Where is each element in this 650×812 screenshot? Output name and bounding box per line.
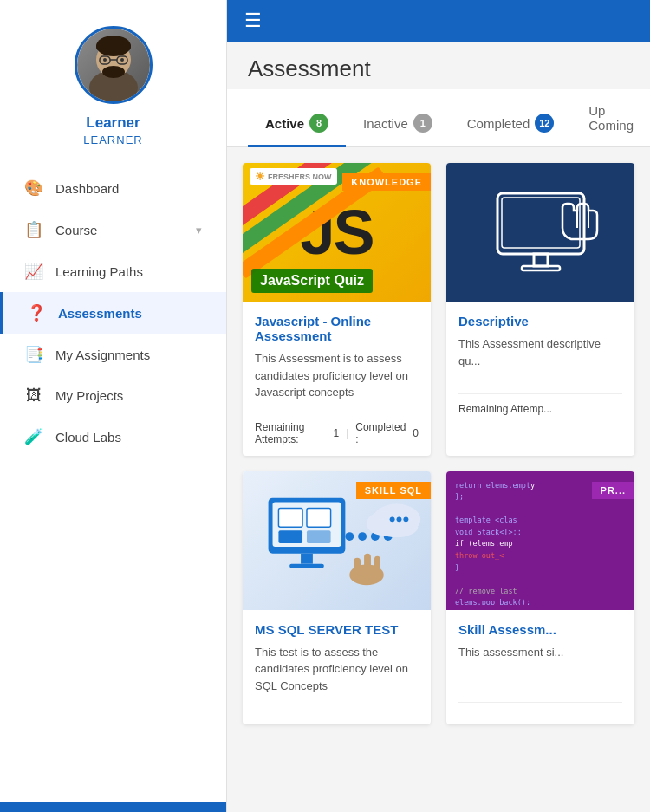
tab-completed[interactable]: Completed 12 bbox=[450, 100, 572, 147]
sidebar-label-my-projects: My Projects bbox=[55, 388, 202, 403]
sidebar-item-cloud-labs[interactable]: 🧪 Cloud Labs bbox=[0, 416, 226, 458]
svg-rect-10 bbox=[497, 193, 584, 254]
card-skill-desc: This assessment si... bbox=[458, 644, 622, 692]
remaining-attempts-value: 1 bbox=[333, 427, 339, 439]
card-sql-badge: SKILL SQL bbox=[356, 482, 431, 499]
dashboard-icon: 🎨 bbox=[24, 179, 43, 198]
svg-rect-20 bbox=[278, 530, 302, 543]
remaining-attempts-label: Remaining Attempts: bbox=[255, 421, 326, 445]
tab-inactive-label: Inactive bbox=[363, 116, 408, 131]
card-skill-body: Skill Assessm... This assessment si... bbox=[446, 610, 634, 722]
card-descriptive-title: Descriptive bbox=[458, 314, 622, 328]
tab-completed-label: Completed bbox=[467, 116, 530, 131]
card-descriptive-desc: This Assessment descriptive qu... bbox=[458, 335, 622, 383]
footer-divider: | bbox=[346, 427, 348, 439]
card-js-desc: This Assessment is to assess candidates … bbox=[255, 350, 419, 401]
card-sql-thumb: SKILL SQL bbox=[243, 471, 431, 610]
avatar bbox=[75, 26, 153, 104]
card-sql-body: MS SQL SERVER TEST This test is to asses… bbox=[243, 610, 431, 725]
sidebar-label-dashboard: Dashboard bbox=[55, 181, 202, 196]
course-icon: 📋 bbox=[24, 220, 43, 239]
sidebar-item-course[interactable]: 📋 Course ▾ bbox=[0, 209, 226, 250]
tab-upcoming[interactable]: Up Coming bbox=[571, 89, 650, 147]
completed-value: 0 bbox=[413, 427, 419, 439]
sidebar-label-cloud-labs: Cloud Labs bbox=[55, 430, 202, 445]
card-descriptive-thumb bbox=[446, 163, 634, 302]
svg-rect-3 bbox=[96, 42, 131, 51]
chevron-down-icon: ▾ bbox=[196, 224, 202, 237]
sidebar-item-assessments[interactable]: ❓ Assessments bbox=[0, 292, 226, 334]
tabs-bar: Active 8 Inactive 1 Completed 12 Up Comi… bbox=[227, 89, 650, 147]
card-skill-title: Skill Assessm... bbox=[458, 622, 622, 637]
sidebar-item-my-assignments[interactable]: 📑 My Assignments bbox=[0, 334, 226, 375]
sidebar: Learner LEARNER 🎨 Dashboard 📋 Course ▾ 📈… bbox=[0, 0, 227, 812]
js-quiz-label: JavaScript Quiz bbox=[251, 269, 373, 293]
svg-point-29 bbox=[358, 532, 367, 541]
my-projects-icon: 🖼 bbox=[24, 387, 43, 405]
svg-rect-13 bbox=[522, 266, 560, 270]
card-skill-assessment[interactable]: return elems.empty }; template <clas voi… bbox=[446, 471, 634, 725]
svg-rect-27 bbox=[374, 555, 380, 578]
svg-rect-25 bbox=[354, 557, 361, 581]
sidebar-item-my-projects[interactable]: 🖼 My Projects bbox=[0, 375, 226, 416]
main-content: ☰ Assessment Active 8 Inactive 1 Complet… bbox=[227, 0, 650, 812]
svg-point-8 bbox=[103, 58, 107, 62]
card-descriptive[interactable]: Descriptive This Assessment descriptive … bbox=[446, 163, 634, 456]
sidebar-item-learning-paths[interactable]: 📈 Learning Paths bbox=[0, 250, 226, 292]
card-sql-title: MS SQL SERVER TEST bbox=[255, 622, 419, 637]
tab-completed-badge: 12 bbox=[535, 114, 554, 133]
user-role: LEARNER bbox=[83, 133, 142, 146]
sidebar-label-learning-paths: Learning Paths bbox=[55, 264, 202, 279]
card-js-quiz[interactable]: JS ☀ FRESHERS NOW JavaScript Quiz KNOWLE… bbox=[243, 163, 431, 456]
descriptive-remaining-label: Remaining Attemp... bbox=[458, 403, 552, 415]
svg-rect-23 bbox=[289, 563, 323, 568]
svg-point-35 bbox=[390, 516, 395, 522]
svg-point-4 bbox=[102, 66, 125, 78]
sidebar-bottom-bar bbox=[0, 802, 226, 812]
descriptive-thumb-svg bbox=[471, 180, 610, 284]
card-sql-desc: This test is to assess the candidates pr… bbox=[255, 644, 419, 695]
card-js-title: Javascript - Online Assessment bbox=[255, 314, 419, 343]
svg-rect-21 bbox=[307, 530, 331, 543]
page-title: Assessment bbox=[227, 42, 650, 89]
sidebar-label-course: Course bbox=[55, 223, 196, 237]
user-name: Learner bbox=[86, 114, 140, 132]
svg-point-28 bbox=[345, 532, 354, 541]
card-js-badge: KNOWLEDGE bbox=[342, 173, 431, 191]
card-sql-footer bbox=[255, 705, 419, 714]
card-skill-badge: PR... bbox=[592, 482, 634, 499]
card-js-footer: Remaining Attempts: 1 | Completed : 0 bbox=[255, 412, 419, 445]
card-js-body: Javascript - Online Assessment This Asse… bbox=[243, 302, 431, 456]
completed-label: Completed : bbox=[355, 421, 406, 445]
sidebar-nav: 🎨 Dashboard 📋 Course ▾ 📈 Learning Paths … bbox=[0, 167, 226, 458]
sidebar-item-dashboard[interactable]: 🎨 Dashboard bbox=[0, 167, 226, 209]
card-skill-footer bbox=[458, 702, 622, 711]
cloud-labs-icon: 🧪 bbox=[24, 427, 43, 446]
svg-point-36 bbox=[397, 516, 402, 522]
tab-upcoming-label: Up Coming bbox=[588, 103, 634, 133]
sidebar-label-my-assignments: My Assignments bbox=[55, 348, 202, 362]
card-sql[interactable]: SKILL SQL MS SQL SERVER TEST This test i… bbox=[243, 471, 431, 725]
svg-point-37 bbox=[403, 516, 408, 522]
tab-active-badge: 8 bbox=[309, 114, 328, 133]
svg-rect-11 bbox=[502, 198, 580, 248]
top-bar: ☰ bbox=[227, 0, 650, 42]
svg-rect-19 bbox=[307, 508, 331, 527]
tab-active[interactable]: Active 8 bbox=[248, 100, 346, 147]
card-skill-thumb: return elems.empty }; template <clas voi… bbox=[446, 471, 634, 610]
avatar-image bbox=[77, 29, 150, 101]
svg-rect-18 bbox=[278, 508, 302, 527]
card-descriptive-footer: Remaining Attemp... bbox=[458, 393, 622, 415]
tab-inactive[interactable]: Inactive 1 bbox=[346, 100, 450, 147]
svg-rect-26 bbox=[364, 553, 371, 579]
svg-rect-12 bbox=[534, 254, 548, 266]
card-js-thumb: JS ☀ FRESHERS NOW JavaScript Quiz KNOWLE… bbox=[243, 163, 431, 302]
svg-rect-22 bbox=[301, 553, 313, 563]
content-area: Assessment Active 8 Inactive 1 Completed… bbox=[227, 42, 650, 812]
tab-active-label: Active bbox=[265, 116, 304, 131]
cards-grid: JS ☀ FRESHERS NOW JavaScript Quiz KNOWLE… bbox=[227, 147, 650, 740]
hamburger-icon[interactable]: ☰ bbox=[244, 10, 262, 32]
learning-paths-icon: 📈 bbox=[24, 262, 43, 281]
tab-inactive-badge: 1 bbox=[413, 114, 432, 133]
sidebar-label-assessments: Assessments bbox=[58, 306, 202, 321]
